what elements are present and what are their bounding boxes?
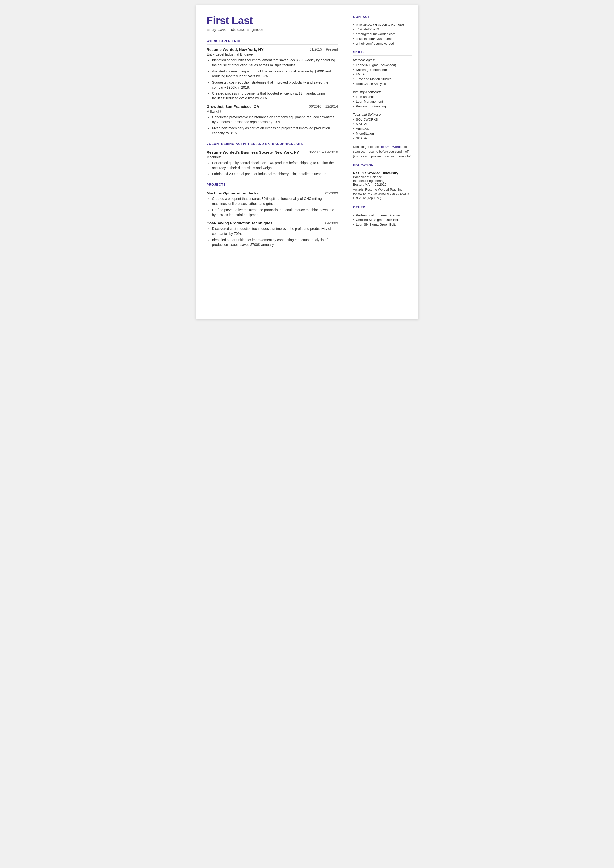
skill-1-0: Line Balance — [353, 95, 412, 99]
job-header-0: Resume Worded, New York, NY 01/2015 – Pr… — [207, 48, 338, 52]
contact-item-1: +1-234-456-789 — [353, 28, 412, 31]
edu-field-0: Industrial Engineering — [353, 179, 412, 183]
other-item-0: Professional Engineer License. — [353, 213, 412, 217]
pbullet-1-1: Identified opportunities for improvement… — [212, 238, 338, 247]
edu-awards-0: Awards: Resume Worded Teaching Fellow (o… — [353, 187, 412, 201]
skill-2-3: MicroStation — [353, 132, 412, 135]
volunteer-company-0: Resume Worded's Business Society, New Yo… — [207, 150, 299, 155]
promo-link[interactable]: Resume Worded — [380, 145, 403, 149]
project-entry-1: Cost-Saving Production Techniques 04/200… — [207, 221, 338, 247]
left-column: First Last Entry Level Industrial Engine… — [196, 5, 347, 319]
contact-list: Milwaukee, WI (Open to Remote) +1-234-45… — [353, 23, 412, 45]
skills-cat-0: Methodologies: — [353, 58, 412, 62]
skill-1-1: Lean Management — [353, 100, 412, 103]
right-column: CONTACT Milwaukee, WI (Open to Remote) +… — [347, 5, 419, 319]
edu-entry-0: Resume Worded University Bachelor of Sci… — [353, 171, 412, 201]
job-date-1: 06/2010 – 12/2014 — [309, 104, 338, 109]
volunteering-heading: VOLUNTEERING ACTIVITIES AND EXTRACURRICU… — [207, 142, 338, 146]
job-company-1: Growthsi, San Francisco, CA — [207, 104, 259, 109]
contact-item-3: linkedin.com/in/username — [353, 37, 412, 40]
resume-page: First Last Entry Level Industrial Engine… — [196, 5, 419, 319]
skill-2-4: SCADA — [353, 136, 412, 140]
edu-degree-0: Bachelor of Science — [353, 175, 412, 179]
volunteer-entry-0: Resume Worded's Business Society, New Yo… — [207, 150, 338, 177]
promo-box: Don't forget to use Resume Worded to sca… — [353, 144, 412, 159]
job-entry-1: Growthsi, San Francisco, CA 06/2010 – 12… — [207, 104, 338, 136]
edu-location-0: Boston, MA — 05/2010 — [353, 183, 412, 186]
skill-0-3: Time and Motion Studies — [353, 77, 412, 81]
job-bullets-0: Identified opportunities for improvement… — [207, 58, 338, 101]
skills-list-0: Lean/Six Sigma (Advanced) Kaizen (Experi… — [353, 63, 412, 85]
skill-0-1: Kaizen (Experienced) — [353, 68, 412, 71]
education-heading: EDUCATION — [353, 163, 412, 167]
job-date-0: 01/2015 – Present — [309, 48, 338, 51]
full-name: First Last — [207, 15, 338, 26]
job-title-header: Entry Level Industrial Engineer — [207, 27, 338, 32]
other-item-1: Certified Six Sigma Black Belt. — [353, 218, 412, 222]
promo-text-before: Don't forget to use — [353, 145, 380, 149]
other-heading: OTHER — [353, 205, 412, 209]
project-header-1: Cost-Saving Production Techniques 04/200… — [207, 221, 338, 225]
contact-item-2: email@resumeworded.com — [353, 32, 412, 36]
other-item-2: Lean Six Sigma Green Belt. — [353, 223, 412, 227]
job-role-0: Entry Level Industrial Engineer — [207, 53, 338, 56]
job-bullets-1: Conducted preventative maintenance on co… — [207, 115, 338, 136]
bullet-0-0: Identified opportunities for improvement… — [212, 58, 338, 68]
skills-list-1: Line Balance Lean Management Process Eng… — [353, 95, 412, 108]
project-date-1: 04/2009 — [326, 221, 338, 225]
volunteer-role-0: Machinist — [207, 155, 338, 159]
edu-school-0: Resume Worded University — [353, 171, 412, 175]
project-name-0: Machine Optimization Hacks — [207, 191, 259, 196]
project-date-0: 05/2009 — [326, 191, 338, 195]
project-bullets-1: Discovered cost-reduction techniques tha… — [207, 227, 338, 247]
name-section: First Last Entry Level Industrial Engine… — [207, 15, 338, 32]
volunteer-bullets-0: Performed quality control checks on 1.4K… — [207, 161, 338, 177]
vbullet-0-1: Fabricated 200 metal parts for industria… — [212, 172, 338, 177]
work-experience-heading: WORK EXPERIENCE — [207, 39, 338, 43]
bullet-1-0: Conducted preventative maintenance on co… — [212, 115, 338, 125]
contact-item-4: github.com/resumeworded — [353, 42, 412, 45]
job-header-1: Growthsi, San Francisco, CA 06/2010 – 12… — [207, 104, 338, 109]
project-header-0: Machine Optimization Hacks 05/2009 — [207, 191, 338, 196]
bullet-0-3: Created process improvements that booste… — [212, 91, 338, 101]
project-name-1: Cost-Saving Production Techniques — [207, 221, 273, 225]
volunteer-header-0: Resume Worded's Business Society, New Yo… — [207, 150, 338, 155]
contact-item-0: Milwaukee, WI (Open to Remote) — [353, 23, 412, 26]
volunteer-date-0: 06/2009 – 04/2010 — [309, 150, 338, 154]
skills-heading: SKILLS — [353, 50, 412, 54]
skills-cat-2: Tools and Software: — [353, 113, 412, 116]
pbullet-1-0: Discovered cost-reduction techniques tha… — [212, 227, 338, 236]
job-role-1: Millwright — [207, 109, 338, 113]
project-entry-0: Machine Optimization Hacks 05/2009 Creat… — [207, 191, 338, 217]
job-company-0: Resume Worded, New York, NY — [207, 48, 264, 52]
job-entry-0: Resume Worded, New York, NY 01/2015 – Pr… — [207, 48, 338, 101]
skills-cat-1: Industry Knowledge: — [353, 90, 412, 94]
contact-heading: CONTACT — [353, 15, 412, 19]
pbullet-0-1: Drafted preventative maintenance protoco… — [212, 208, 338, 217]
bullet-1-1: Fixed new machinery as part of an expans… — [212, 126, 338, 136]
contact-divider — [353, 20, 412, 20]
work-experience-divider — [207, 44, 338, 45]
bullet-0-1: Assisted in developing a product line, i… — [212, 69, 338, 79]
skill-1-2: Process Engineering — [353, 104, 412, 108]
bullet-0-2: Suggested cost-reduction strategies that… — [212, 80, 338, 90]
skill-2-1: MATLAB — [353, 122, 412, 126]
skill-0-4: Root Cause Analysis — [353, 82, 412, 85]
other-list: Professional Engineer License. Certified… — [353, 213, 412, 227]
projects-heading: PROJECTS — [207, 183, 338, 186]
vbullet-0-0: Performed quality control checks on 1.4K… — [212, 161, 338, 171]
skills-list-2: SOLIDWORKS MATLAB AutoCAD MicroStation S… — [353, 118, 412, 140]
skill-2-2: AutoCAD — [353, 127, 412, 130]
skill-0-2: FMEA — [353, 73, 412, 76]
skill-2-0: SOLIDWORKS — [353, 118, 412, 121]
project-bullets-0: Created a blueprint that ensures 80% opt… — [207, 196, 338, 217]
skill-0-0: Lean/Six Sigma (Advanced) — [353, 63, 412, 67]
pbullet-0-0: Created a blueprint that ensures 80% opt… — [212, 196, 338, 207]
